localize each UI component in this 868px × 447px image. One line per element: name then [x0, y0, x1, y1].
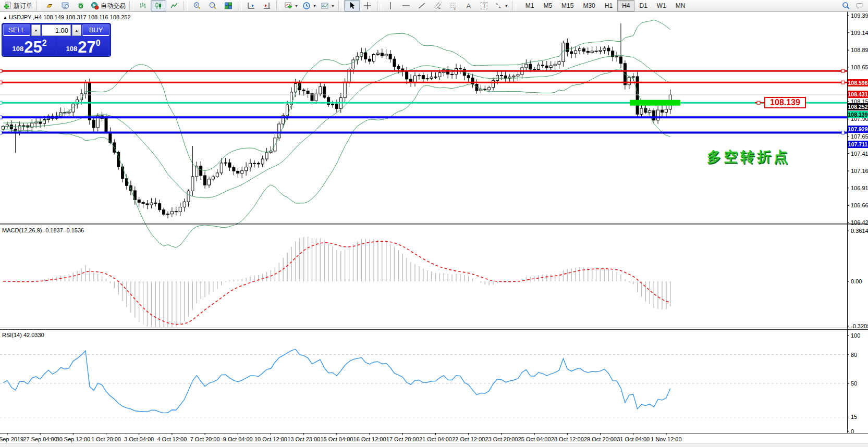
clock-icon [302, 2, 311, 10]
zoom-in-icon [193, 2, 201, 10]
volume-down-button[interactable]: ▼ [31, 24, 41, 36]
toolbar-separator [338, 1, 343, 10]
price-level-label: 108.431 [848, 91, 868, 98]
signal-button[interactable] [73, 0, 89, 11]
sell-button[interactable]: SELL [3, 24, 30, 36]
chart-window[interactable]: 109.390109.145108.895108.650108.400108.1… [0, 12, 868, 447]
zoom-in-button[interactable] [189, 0, 205, 11]
timeframe-m5[interactable]: M5 [539, 0, 557, 11]
timeframe-m1[interactable]: M1 [521, 0, 539, 11]
arrows-dropdown[interactable]: ▼ [492, 0, 510, 11]
zoom-out-icon [209, 2, 217, 10]
chart-canvas[interactable]: 109.390109.145108.895108.650108.400108.1… [0, 12, 868, 447]
date-tick-label: 4 Oct 12:00 [157, 436, 187, 442]
axis-tick-label: 15 [851, 414, 857, 420]
new-chart-icon [284, 2, 292, 10]
trendline-tool[interactable] [414, 0, 430, 11]
bar-chart-button[interactable] [135, 0, 151, 11]
vertical-line-icon [386, 2, 395, 10]
date-tick-label: 16 Oct 12:00 [353, 436, 386, 442]
market-watch-button[interactable] [57, 0, 73, 11]
date-tick-label: 22 Oct 12:00 [452, 436, 485, 442]
timeframe-mn[interactable]: MN [671, 0, 690, 11]
toolbar-separator [238, 1, 242, 10]
timeframe-h4[interactable]: H4 [617, 0, 634, 11]
price-level-label: 107.711 [848, 141, 868, 148]
template-dropdown[interactable]: ▼ [319, 0, 337, 11]
chat-icon[interactable] [855, 2, 864, 10]
zoom-out-button[interactable] [205, 0, 221, 11]
gold-button[interactable] [42, 0, 57, 11]
crosshair-tool-button[interactable] [360, 0, 375, 11]
text-tool[interactable]: A [461, 0, 476, 11]
main-toolbar: 新订单 自动交易 [0, 0, 868, 12]
axis-tick-label: 107.410 [851, 151, 868, 157]
timeframe-m30[interactable]: M30 [578, 0, 600, 11]
search-icon[interactable] [842, 2, 850, 10]
date-tick-label: 31 Oct 04:00 [617, 436, 650, 442]
axis-tick-label: 0.3614 [851, 228, 868, 234]
axis-tick-label: 109.390 [851, 13, 868, 19]
channel-tool[interactable]: E [430, 0, 445, 11]
chart-shift-button[interactable] [259, 0, 275, 11]
cursor-icon [348, 2, 356, 10]
axis-tick-label: 108.650 [851, 64, 868, 70]
toolbar-separator [184, 1, 188, 10]
trendline-icon [418, 2, 426, 10]
date-tick-label: 28 Oct 12:00 [551, 436, 584, 442]
axis-tick-label: 0 [851, 428, 854, 434]
timeframe-d1[interactable]: D1 [634, 0, 652, 11]
sell-price[interactable]: 108252 [3, 36, 56, 55]
date-tick-label: 1 Nov 12:00 [651, 436, 681, 442]
volume-input[interactable] [42, 24, 71, 36]
price-level-label: 107.929 [848, 126, 868, 133]
axis-tick-label: -0.3209 [851, 323, 868, 329]
turning-point-annotation[interactable]: 多空转折点 [707, 147, 790, 166]
date-tick-label: 15 Oct 04:00 [320, 436, 353, 442]
date-tick-label: 30 Sep 12:00 [56, 436, 90, 442]
timeframe-w1[interactable]: W1 [652, 0, 671, 11]
axis-tick-label: 106.420 [851, 219, 868, 226]
candlestick-icon [154, 2, 163, 10]
axis-tick-label: 0.00 [851, 278, 862, 284]
candlestick-button[interactable] [151, 0, 166, 11]
cursor-tool-button[interactable] [344, 0, 360, 11]
line-chart-button[interactable] [166, 0, 182, 11]
date-tick-label: 9 Oct 04:00 [223, 436, 253, 442]
text-label-tool[interactable]: T [476, 0, 492, 11]
vertical-line-tool[interactable] [383, 0, 398, 11]
axis-tick-label: 106.665 [851, 202, 868, 208]
toolbar-separator [377, 1, 381, 10]
horizontal-line-tool[interactable] [398, 0, 414, 11]
date-tick-label: 3 Oct 04:00 [124, 436, 154, 442]
buy-button[interactable]: BUY [82, 24, 109, 36]
horizontal-line-icon [402, 2, 410, 10]
new-order-button[interactable]: 新订单 [2, 0, 34, 11]
tile-windows-button[interactable] [221, 0, 236, 11]
toolbar-right-group [842, 2, 868, 10]
timeframe-h1[interactable]: H1 [600, 0, 617, 11]
buy-price[interactable]: 108270 [57, 36, 109, 55]
new-chart-dropdown[interactable]: ▼ [282, 0, 300, 11]
date-tick-label: 23 Oct 20:00 [485, 436, 518, 442]
volume-up-button[interactable]: ▲ [72, 24, 81, 36]
chart-shift-icon [263, 2, 271, 10]
symbol-title: ▲USDJPY-,H4 108.149 108.317 108.116 108.… [3, 14, 131, 20]
timeframe-m15[interactable]: M15 [557, 0, 578, 11]
date-tick-label: 7 Oct 20:00 [190, 436, 220, 442]
toolbar-separator [276, 1, 280, 10]
autotrade-button[interactable]: 自动交易 [89, 0, 128, 11]
axis-tick-label: 106.915 [851, 185, 868, 191]
date-tick-label: 27 Sep 04:00 [23, 436, 57, 442]
auto-scroll-button[interactable] [243, 0, 259, 11]
new-order-icon [4, 2, 12, 10]
price-level-label: 108.139 [848, 111, 868, 118]
fibonacci-tool[interactable]: F [445, 0, 461, 11]
crosshair-icon [363, 2, 372, 10]
price-box-annotation[interactable]: 108.139 [764, 97, 806, 108]
period-dropdown[interactable]: ▼ [300, 0, 319, 11]
axis-tick-label: 108.895 [851, 47, 868, 53]
bar-chart-icon [139, 2, 147, 10]
price-level-label: 108.596 [848, 79, 868, 86]
collapse-arrow-icon[interactable]: ▲ [3, 15, 7, 20]
